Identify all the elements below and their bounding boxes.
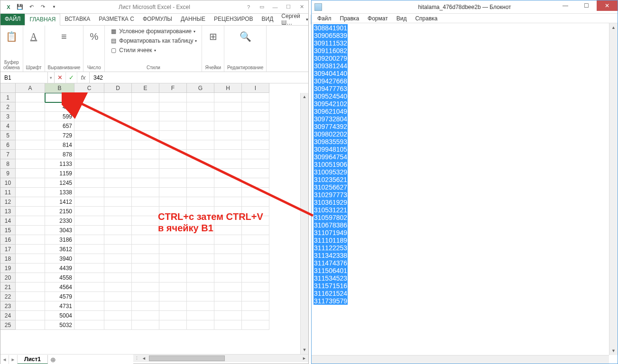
col-header-H[interactable]: H (214, 83, 242, 93)
cell[interactable] (214, 273, 242, 282)
excel-app-icon[interactable]: X (3, 2, 14, 12)
list-item[interactable]: 310678386 (314, 221, 348, 229)
tab-insert[interactable]: ВСТАВКА (60, 14, 94, 25)
cell[interactable] (242, 311, 269, 320)
cell[interactable]: 342 (45, 93, 74, 102)
list-item[interactable]: 310256627 (314, 183, 348, 191)
row-header[interactable]: 18 (0, 254, 16, 264)
cell[interactable] (214, 131, 242, 140)
cell[interactable]: 878 (45, 150, 74, 159)
cell[interactable]: 3940 (45, 254, 74, 264)
cell[interactable]: 1133 (45, 159, 74, 169)
cell[interactable] (132, 188, 159, 197)
cell[interactable] (132, 140, 159, 150)
cell[interactable] (74, 102, 104, 112)
cell[interactable] (132, 311, 159, 320)
cell[interactable] (16, 112, 45, 121)
cell[interactable] (159, 178, 187, 188)
cell[interactable] (104, 159, 132, 169)
cell[interactable]: 599 (45, 112, 74, 121)
cell[interactable] (132, 216, 159, 226)
cell[interactable] (214, 264, 242, 273)
cell[interactable] (242, 282, 269, 292)
cell[interactable] (214, 311, 242, 320)
cell[interactable] (16, 301, 45, 311)
cell[interactable] (74, 254, 104, 264)
cell[interactable] (74, 131, 104, 140)
select-all-corner[interactable] (0, 83, 16, 93)
cell[interactable] (242, 178, 269, 188)
notepad-text-area[interactable]: 3088419013090658393091115323091160823092… (312, 23, 618, 364)
cell[interactable]: 4564 (45, 282, 74, 292)
row-header[interactable]: 19 (0, 264, 16, 273)
add-sheet-icon[interactable]: ⊕ (48, 356, 58, 364)
cell[interactable] (74, 207, 104, 216)
list-item[interactable]: 311101189 (314, 237, 348, 244)
cell[interactable] (242, 235, 269, 245)
cell[interactable]: 1412 (45, 197, 74, 207)
tab-data[interactable]: ДАННЫЕ (176, 14, 210, 25)
conditional-formatting-button[interactable]: ▦ Условное форматирование▾ (108, 27, 199, 36)
np-close-icon[interactable]: ✕ (597, 0, 618, 11)
cell[interactable] (74, 112, 104, 121)
cancel-formula-icon[interactable]: ✕ (55, 72, 66, 83)
cell[interactable] (159, 112, 187, 121)
scroll-left-icon[interactable]: ◄ (140, 356, 148, 361)
cell[interactable] (74, 140, 104, 150)
cell[interactable]: 3186 (45, 235, 74, 245)
cell[interactable] (16, 178, 45, 188)
cell[interactable] (16, 226, 45, 235)
list-item[interactable]: 310051906 (314, 161, 348, 168)
menu-help[interactable]: Справка (411, 14, 441, 23)
list-item[interactable]: 311474376 (314, 259, 348, 267)
cell[interactable] (104, 226, 132, 235)
confirm-formula-icon[interactable]: ✓ (66, 72, 77, 83)
cell[interactable]: 1338 (45, 188, 74, 197)
row-header[interactable]: 14 (0, 216, 16, 226)
cell[interactable] (74, 311, 104, 320)
cell[interactable] (104, 207, 132, 216)
cell[interactable] (104, 112, 132, 121)
cell[interactable]: 814 (45, 140, 74, 150)
cell[interactable]: 406 (45, 102, 74, 112)
cell[interactable] (159, 273, 187, 282)
cell[interactable] (214, 197, 242, 207)
cell[interactable] (16, 235, 45, 245)
cell[interactable] (187, 301, 214, 311)
cell[interactable] (74, 159, 104, 169)
cell[interactable] (16, 102, 45, 112)
cell[interactable] (16, 320, 45, 330)
cell[interactable] (16, 93, 45, 102)
cell[interactable] (242, 159, 269, 169)
list-item[interactable]: 309524540 (314, 92, 348, 100)
list-item[interactable]: 309477763 (314, 85, 348, 92)
maximize-icon[interactable]: ☐ (284, 3, 293, 11)
vertical-scrollbar[interactable]: ▲ ▼ (300, 93, 308, 354)
cell[interactable] (187, 178, 214, 188)
cell[interactable] (16, 292, 45, 301)
qat-customize-icon[interactable]: ▼ (49, 2, 59, 12)
cell[interactable] (132, 112, 159, 121)
cell[interactable] (16, 159, 45, 169)
cell[interactable] (242, 301, 269, 311)
cell[interactable] (132, 264, 159, 273)
cell[interactable] (187, 264, 214, 273)
list-item[interactable]: 309427668 (314, 77, 348, 85)
row-header[interactable]: 16 (0, 235, 16, 245)
cell[interactable] (132, 245, 159, 254)
cell[interactable]: 657 (45, 121, 74, 131)
list-item[interactable]: 309802202 (314, 130, 348, 138)
cells-icon[interactable]: ⊞ (205, 27, 221, 46)
name-box-dropdown-icon[interactable]: ▾ (48, 72, 55, 83)
cell[interactable] (74, 292, 104, 301)
cell[interactable] (16, 216, 45, 226)
col-header-D[interactable]: D (104, 83, 132, 93)
list-item[interactable]: 309835593 (314, 138, 348, 146)
cell[interactable] (104, 169, 132, 178)
cell[interactable] (16, 197, 45, 207)
menu-view[interactable]: Вид (393, 14, 411, 23)
cell[interactable] (104, 102, 132, 112)
cell-styles-button[interactable]: ▢ Стили ячеек▾ (108, 46, 199, 55)
cell[interactable] (214, 301, 242, 311)
cell[interactable] (132, 235, 159, 245)
